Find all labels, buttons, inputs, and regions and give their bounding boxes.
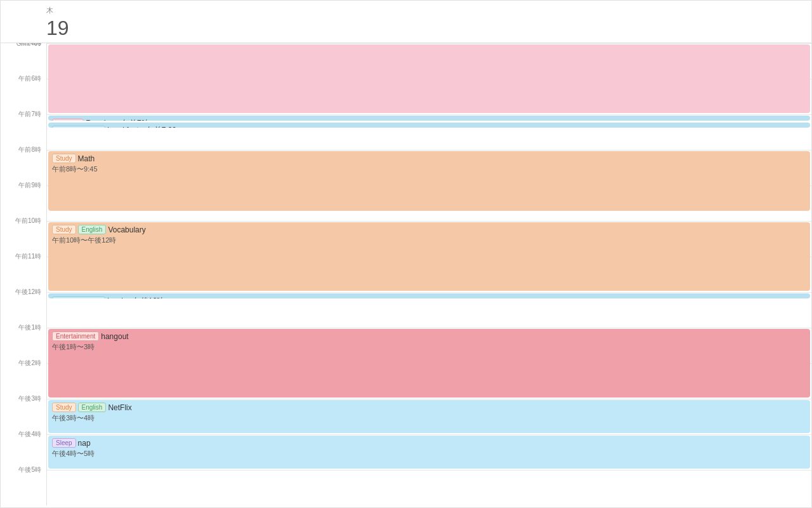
time-label: 午後3時	[18, 394, 41, 403]
event-necessities-breakfast[interactable]: Necessitiesoflifebreakfast、午前7:30	[48, 123, 810, 128]
event-sleep-nap[interactable]: Sleepnap午後4時〜5時	[48, 436, 810, 469]
time-label: 午前5時	[18, 43, 41, 48]
time-label: 午後2時	[18, 359, 41, 368]
event-necessities-lunch[interactable]: Necessitiesoflifelunch、午後12時	[48, 293, 810, 298]
event-time-display: 午後4時〜5時	[52, 449, 806, 458]
event-tag: Study	[52, 154, 76, 163]
header-date: 19	[46, 17, 811, 40]
event-title-row: ExerciseRunning、午前7時	[52, 118, 806, 121]
calendar-header: 木 19	[1, 1, 811, 43]
event-title-text: breakfast、午前7:30	[107, 125, 176, 128]
time-label: 午前9時	[18, 181, 41, 190]
event-time-display: 午後1時〜3時	[52, 342, 806, 352]
time-label: 午前10時	[15, 217, 41, 225]
event-time-display: 午前10時〜午後12時	[52, 236, 806, 245]
time-label: 午前7時	[18, 110, 41, 119]
event-title-text: Running、午前7時	[86, 118, 148, 121]
event-title-row: Entertainmenthangout	[52, 331, 806, 341]
event-time-display: 午後3時〜4時	[52, 413, 806, 423]
event-time-display: 午前8時〜9:45	[52, 164, 806, 174]
calendar-container: 木 19 GMT+09午前5時午前6時午前7時午前8時午前9時午前10時午前11…	[0, 0, 812, 508]
event-study-english-vocab[interactable]: StudyEnglishVocabulary午前10時〜午後12時	[48, 222, 810, 291]
event-tag: English	[78, 225, 107, 234]
event-title-row: Necessitiesoflifelunch、午後12時	[52, 296, 806, 298]
event-title-text: Math	[78, 154, 95, 163]
event-entertainment-hangout[interactable]: Entertainmenthangout午後1時〜3時	[48, 329, 810, 398]
event-tag: Exercise	[52, 119, 84, 121]
header-day: 木	[46, 6, 811, 15]
event-title-row: StudyEnglishNetFlix	[52, 403, 806, 412]
time-label: 午後5時	[18, 465, 41, 474]
event-sleep-night[interactable]	[48, 44, 810, 113]
time-label: 午後1時	[18, 323, 41, 332]
event-tag: English	[78, 403, 107, 412]
event-tag: Necessitiesoflife	[52, 126, 105, 128]
event-title-text: lunch、午後12時	[107, 296, 164, 298]
event-title-text: NetFlix	[108, 403, 131, 412]
event-tag: Study	[52, 403, 76, 412]
event-title-row: StudyMath	[52, 154, 806, 163]
event-tag: Sleep	[52, 438, 76, 448]
event-tag: Entertainment	[52, 331, 99, 341]
time-label: 午後12時	[15, 288, 41, 297]
event-study-english-netflix[interactable]: StudyEnglishNetFlix午後3時〜4時	[48, 400, 810, 433]
event-tag: Necessitiesoflife	[52, 297, 105, 298]
calendar-body: GMT+09午前5時午前6時午前7時午前8時午前9時午前10時午前11時午後12…	[1, 43, 811, 507]
time-label: 午前11時	[15, 252, 41, 261]
event-title-row: StudyEnglishVocabulary	[52, 225, 806, 234]
events-column[interactable]: ExerciseRunning、午前7時Necessitiesoflifebre…	[46, 43, 811, 505]
time-label: 午後4時	[18, 430, 41, 439]
time-label: 午前6時	[18, 74, 41, 83]
event-title-text: Vocabulary	[108, 225, 145, 234]
event-title-row: Sleepnap	[52, 438, 806, 448]
event-title-text: nap	[78, 439, 91, 448]
time-label: 午前8時	[18, 145, 41, 154]
event-title-row: Necessitiesoflifebreakfast、午前7:30	[52, 125, 806, 128]
event-study-math[interactable]: StudyMath午前8時〜9:45	[48, 151, 810, 211]
event-tag: Study	[52, 225, 76, 234]
time-column: GMT+09午前5時午前6時午前7時午前8時午前9時午前10時午前11時午後12…	[1, 43, 46, 505]
event-exercise-running[interactable]: ExerciseRunning、午前7時	[48, 116, 810, 121]
event-title-text: hangout	[101, 332, 128, 341]
